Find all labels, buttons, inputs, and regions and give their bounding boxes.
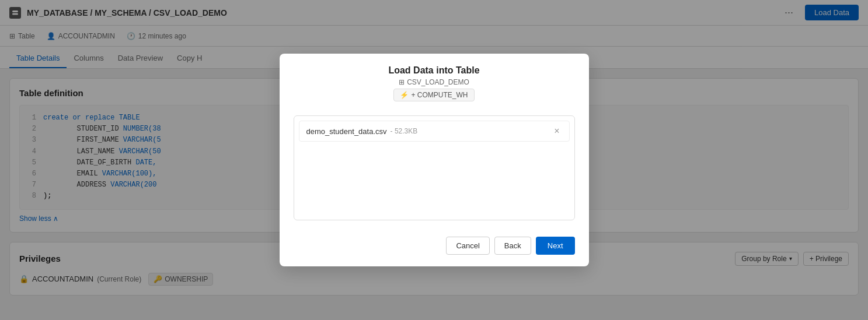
file-size: - 52.3KB [391, 127, 418, 135]
file-info: demo_student_data.csv - 52.3KB [306, 127, 418, 136]
modal-table-name: CSV_LOAD_DEMO [407, 78, 469, 86]
file-remove-button[interactable]: × [552, 126, 562, 136]
modal-title: Load Data into Table [294, 65, 575, 76]
cancel-button[interactable]: Cancel [446, 237, 489, 255]
warehouse-icon: ⚡ [400, 91, 409, 99]
modal-dialog: Load Data into Table ⊞ CSV_LOAD_DEMO ⚡ +… [280, 54, 589, 266]
modal-warehouse: ⚡ + COMPUTE_WH [294, 89, 575, 101]
back-button[interactable]: Back [494, 237, 531, 255]
modal-subtitle: ⊞ CSV_LOAD_DEMO [294, 78, 575, 86]
modal-overlay[interactable]: Load Data into Table ⊞ CSV_LOAD_DEMO ⚡ +… [0, 0, 868, 320]
table-small-icon: ⊞ [399, 78, 405, 86]
modal-footer: Cancel Back Next [280, 230, 589, 266]
file-upload-area[interactable]: demo_student_data.csv - 52.3KB × [294, 115, 575, 220]
warehouse-badge: ⚡ + COMPUTE_WH [393, 89, 474, 101]
next-button[interactable]: Next [536, 237, 575, 255]
modal-header: Load Data into Table ⊞ CSV_LOAD_DEMO ⚡ +… [280, 54, 589, 106]
warehouse-label: + COMPUTE_WH [411, 91, 468, 99]
modal-body: demo_student_data.csv - 52.3KB × [280, 106, 589, 230]
file-name: demo_student_data.csv [306, 127, 387, 136]
file-item: demo_student_data.csv - 52.3KB × [299, 121, 570, 142]
